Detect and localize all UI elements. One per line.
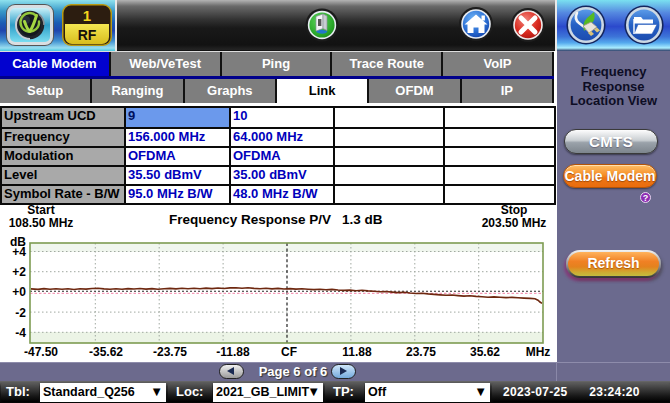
svg-text:1: 1 [83,7,91,24]
svg-text:35.62: 35.62 [470,345,500,359]
svg-text:-4: -4 [15,326,26,340]
svg-text:-47.50: -47.50 [24,345,58,359]
svg-text:-35.62: -35.62 [89,345,123,359]
svg-text:23.75: 23.75 [406,345,436,359]
svg-text:-11.88: -11.88 [216,345,250,359]
svg-text:RF: RF [78,27,97,43]
svg-text:CF: CF [281,345,297,359]
svg-text:-23.75: -23.75 [153,345,187,359]
svg-text:+2: +2 [12,265,26,279]
svg-text:MHz: MHz [526,345,551,359]
svg-text:+0: +0 [12,285,26,299]
svg-text:-2: -2 [15,306,26,320]
svg-text:+4: +4 [12,245,26,259]
svg-text:11.88: 11.88 [342,345,372,359]
